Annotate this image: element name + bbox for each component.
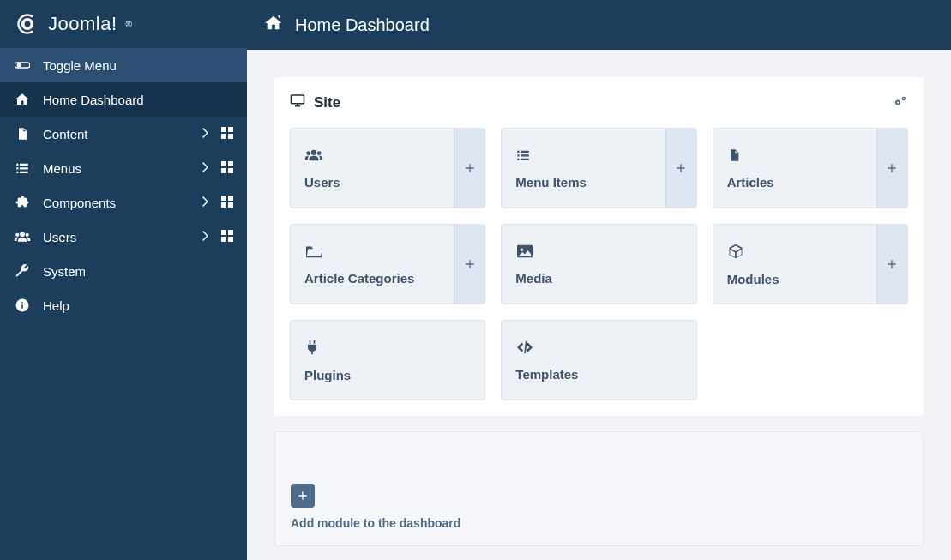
add-module-label: Add module to the dashboard: [291, 516, 907, 530]
file-icon: [14, 125, 31, 142]
grid-icon[interactable]: [221, 230, 233, 244]
sidebar-item-label: Users: [43, 230, 189, 244]
tile-plugins: Plugins: [290, 320, 485, 400]
sidebar-item-help[interactable]: Help: [0, 288, 247, 322]
sidebar-item-content[interactable]: Content: [0, 117, 247, 151]
svg-point-1: [17, 63, 21, 68]
sidebar-item-label: Components: [43, 196, 189, 210]
desktop-icon: [290, 93, 305, 112]
image-icon: [515, 244, 682, 262]
svg-rect-12: [221, 202, 226, 208]
sidebar-item-system[interactable]: System: [0, 254, 247, 288]
chevron-right-icon: [201, 161, 209, 176]
sidebar-item-label: Content: [43, 127, 189, 142]
tile-menu-items: Menu Items: [501, 128, 696, 208]
svg-rect-22: [292, 95, 304, 104]
page-title: Home Dashboard: [295, 15, 430, 35]
tile-users: Users: [290, 128, 485, 208]
chevron-right-icon: [201, 196, 209, 210]
plug-icon: [304, 339, 471, 359]
tile-link[interactable]: Articles: [713, 129, 876, 208]
sidebar-item-menus[interactable]: Menus: [0, 151, 247, 185]
svg-rect-5: [228, 134, 233, 139]
add-module-button[interactable]: Add module to the dashboard: [274, 431, 924, 546]
toggle-menu[interactable]: Toggle Menu: [0, 48, 247, 82]
grid-icon[interactable]: [221, 161, 233, 176]
tile-link[interactable]: Modules: [713, 225, 876, 304]
tile-add-button[interactable]: [665, 129, 696, 208]
svg-point-24: [897, 101, 899, 103]
tile-article-categories: Article Categories: [290, 224, 485, 304]
sidebar-item-label: Menus: [43, 161, 189, 176]
tile-link[interactable]: Article Categories: [291, 225, 454, 304]
tile-add-button[interactable]: [876, 225, 907, 304]
tile-label: Users: [304, 175, 440, 190]
svg-point-15: [15, 233, 19, 237]
grid-icon[interactable]: [221, 127, 233, 142]
tile-label: Articles: [727, 175, 863, 190]
tile-link[interactable]: Users: [291, 129, 454, 208]
list-icon: [515, 148, 651, 166]
folder-icon: [304, 244, 440, 262]
tile-add-button[interactable]: [876, 129, 907, 208]
svg-rect-8: [221, 168, 226, 173]
site-card: Site UsersMenu ItemsArticlesArticle Cate…: [274, 77, 924, 416]
wrench-icon: [14, 262, 31, 280]
tile-label: Article Categories: [304, 271, 440, 286]
chevron-right-icon: [201, 127, 209, 142]
topbar: Home Dashboard: [247, 0, 951, 50]
svg-rect-6: [221, 161, 226, 166]
sidebar-item-label: System: [43, 264, 233, 279]
svg-point-16: [26, 233, 29, 237]
joomla-logo-icon: [15, 12, 39, 36]
svg-point-14: [20, 232, 25, 237]
sidebar-item-label: Home Dashboard: [43, 93, 233, 107]
svg-rect-7: [228, 161, 233, 166]
svg-rect-17: [221, 230, 226, 235]
list-icon: [14, 160, 31, 177]
sidebar-item-components[interactable]: Components: [0, 185, 247, 220]
tile-templates: Templates: [501, 320, 696, 400]
tile-link[interactable]: Media: [502, 225, 695, 304]
svg-rect-10: [221, 196, 226, 201]
puzzle-icon: [14, 194, 31, 211]
plus-square-icon: [291, 484, 315, 508]
card-title: Site: [314, 94, 340, 111]
tile-label: Menu Items: [515, 175, 651, 190]
tile-link[interactable]: Plugins: [291, 321, 485, 400]
sidebar-item-users[interactable]: Users: [0, 220, 247, 254]
svg-rect-20: [228, 237, 233, 242]
logo[interactable]: Joomla! ®: [0, 0, 247, 48]
svg-rect-19: [221, 237, 226, 242]
svg-point-29: [317, 151, 322, 155]
gears-icon[interactable]: [893, 93, 908, 112]
tile-label: Plugins: [304, 368, 471, 382]
svg-rect-2: [221, 127, 226, 132]
cube-icon: [727, 243, 863, 263]
tile-media: Media: [501, 224, 696, 304]
tile-add-button[interactable]: [454, 129, 485, 208]
tile-label: Media: [515, 271, 682, 286]
sidebar-item-label: Help: [43, 298, 233, 313]
svg-point-28: [306, 151, 310, 155]
svg-rect-13: [228, 202, 233, 208]
grid-icon[interactable]: [221, 196, 233, 210]
sidebar-item-home-dashboard[interactable]: Home Dashboard: [0, 82, 247, 117]
home-icon: [264, 14, 283, 36]
tile-add-button[interactable]: [454, 225, 485, 304]
svg-rect-3: [228, 127, 233, 132]
file-icon: [727, 148, 863, 166]
info-icon: [14, 297, 31, 314]
tile-modules: Modules: [713, 224, 908, 304]
svg-rect-11: [228, 196, 233, 201]
svg-rect-18: [228, 230, 233, 235]
users-icon: [304, 148, 440, 166]
tile-link[interactable]: Menu Items: [502, 129, 665, 208]
tile-label: Modules: [727, 272, 863, 286]
svg-rect-9: [228, 168, 233, 173]
code-icon: [515, 340, 682, 358]
tile-link[interactable]: Templates: [502, 321, 695, 400]
svg-point-27: [311, 149, 316, 154]
sidebar: Joomla! ® Toggle Menu Home DashboardCont…: [0, 0, 247, 560]
svg-point-26: [903, 98, 905, 99]
